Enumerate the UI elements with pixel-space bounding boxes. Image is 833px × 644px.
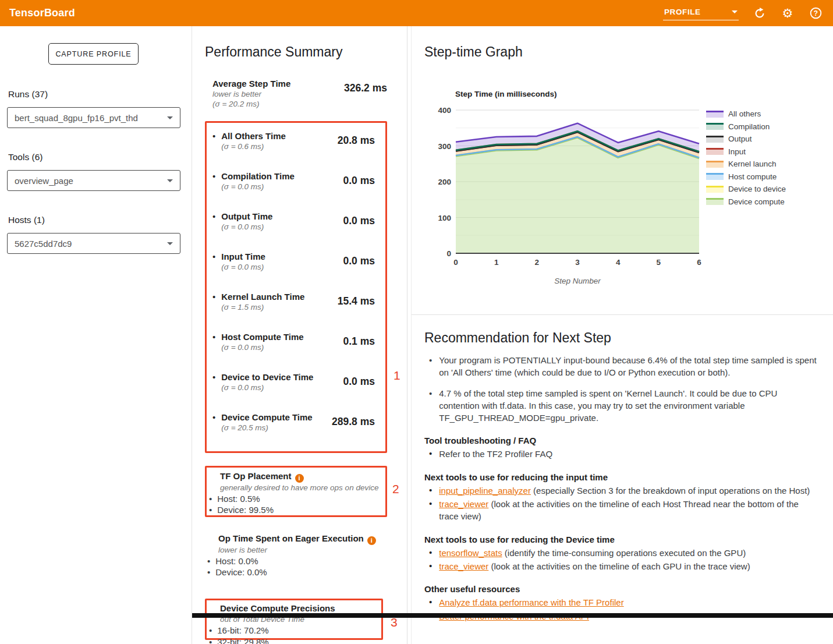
capture-profile-button[interactable]: CAPTURE PROFILE: [48, 43, 139, 65]
recommendation-heading: Other useful resources: [424, 584, 817, 594]
recommendation-item-text: Analyze tf.data performance with the TF …: [439, 596, 623, 608]
average-step-time-sigma: (σ = 20.2 ms): [212, 99, 290, 109]
breakdown-row: •Device to Device Time(σ = 0.0 ms)0.0 ms: [212, 371, 375, 412]
breakdown-row: •Input Time(σ = 0.0 ms)0.0 ms: [212, 251, 375, 291]
tools-label: Tools (6): [8, 152, 42, 162]
bullet-dot: •: [429, 596, 432, 608]
mini-section-subtitle: generally desired to have more ops on de…: [220, 483, 381, 493]
dashboard-select-value: PROFILE: [664, 8, 701, 16]
main-content: CAPTURE PROFILE Runs (37) bert_squad_8gp…: [0, 26, 833, 644]
mini-item-text: Host: 0.0%: [215, 555, 258, 567]
average-step-time-note: lower is better: [212, 89, 290, 99]
info-icon[interactable]: i: [367, 536, 376, 545]
breakdown-sigma: (σ = 0.0 ms): [221, 262, 265, 272]
svg-text:6: 6: [697, 258, 701, 267]
mini-section-title: Op Time Spent on Eager Executioni: [218, 533, 382, 545]
chevron-down-icon: [167, 179, 173, 182]
legend-swatch: [706, 148, 724, 155]
bullet-dot: •: [212, 211, 215, 251]
recommendation-item: •trace_viewer (look at the activities on…: [429, 560, 817, 572]
tools-select[interactable]: overview_page: [7, 170, 180, 191]
annotation-number-1: 1: [394, 369, 400, 383]
legend-label: All others: [728, 109, 761, 118]
recommendation-item: •Analyze tf.data performance with the TF…: [429, 596, 817, 608]
recommendation-link[interactable]: Analyze tf.data performance with the TF …: [439, 597, 623, 607]
runs-select[interactable]: bert_squad_8gpu_fp16_pvt_thd: [7, 107, 180, 128]
bullet-dot: •: [212, 130, 215, 171]
recommendation-item-text: trace_viewer (look at the activities on …: [439, 560, 750, 572]
legend-label: Device to device: [728, 185, 786, 193]
svg-text:5: 5: [657, 258, 661, 267]
chart-legend: All othersCompilationOutputInputKernel l…: [706, 110, 786, 206]
mini-section-item: •Host: 0.0%: [207, 555, 382, 567]
mini-item-text: Host: 0.5%: [217, 493, 260, 505]
tf-op-placement-annotation-box: TF Op Placementigenerally desired to hav…: [205, 466, 387, 517]
performance-summary-title: Performance Summary: [205, 44, 342, 60]
legend-label: Device compute: [728, 197, 785, 206]
svg-text:3: 3: [575, 258, 580, 267]
bullet-dot: •: [212, 291, 215, 331]
svg-text:1: 1: [494, 258, 499, 267]
legend-item: Device compute: [706, 198, 786, 206]
bullet-dot: •: [212, 171, 215, 211]
mini-section-item: •Host: 0.5%: [209, 493, 381, 505]
recommendation-item: •trace_viewer (look at the activities on…: [429, 498, 817, 523]
recommendation-title: Recommendation for Next Step: [424, 330, 817, 346]
mini-item-text: Device: 99.5%: [217, 504, 274, 516]
recommendation-link[interactable]: input_pipeline_analyzer: [439, 486, 531, 496]
mini-section-subtitle: lower is better: [218, 545, 382, 555]
mini-section-item: •Device: 99.5%: [209, 504, 381, 516]
info-icon[interactable]: i: [295, 474, 304, 483]
chevron-down-icon: [167, 116, 173, 119]
mini-item-text: Device: 0.0%: [215, 567, 267, 578]
recommendation-text: Your program is POTENTIALLY input-bound …: [439, 354, 817, 379]
runs-label: Runs (37): [8, 89, 48, 100]
recommendation-link[interactable]: tensorflow_stats: [439, 548, 502, 558]
performance-summary-panel: Performance Summary Average Step Time lo…: [192, 26, 407, 644]
legend-swatch: [706, 186, 724, 193]
bullet-dot: •: [429, 498, 432, 523]
mini-section-item: •Device: 0.0%: [207, 567, 382, 578]
breakdown-label: Input Time: [221, 251, 265, 262]
hosts-select[interactable]: 5627c5dd7dc9: [7, 233, 180, 254]
recommendation-item-text: input_pipeline_analyzer (especially Sect…: [439, 484, 810, 497]
chevron-down-icon: [167, 242, 173, 245]
recommendation-link[interactable]: trace_viewer: [439, 499, 488, 509]
refresh-icon[interactable]: [753, 6, 767, 20]
step-time-graph-panel: Step-time Graph Step Time (in millisecon…: [411, 26, 833, 644]
help-icon[interactable]: ?: [809, 6, 823, 20]
legend-item: Host compute: [706, 173, 786, 181]
chevron-down-icon: [732, 10, 738, 13]
sidebar: CAPTURE PROFILE Runs (37) bert_squad_8gp…: [0, 26, 192, 644]
breakdown-value: 0.0 ms: [343, 215, 375, 251]
device-compute-precisions-annotation-box: Device Compute Precisionsout of Total De…: [205, 599, 383, 640]
mini-section-title: TF Op Placementi: [220, 470, 381, 483]
recommendation-text: 4.7 % of the total step time sampled is …: [439, 387, 817, 424]
bullet-dot: •: [429, 547, 432, 559]
breakdown-label: Compilation Time: [221, 171, 295, 182]
svg-text:2: 2: [535, 258, 540, 267]
tools-select-value: overview_page: [15, 176, 73, 186]
bullet-dot: •: [429, 354, 432, 379]
breakdown-row: •Kernel Launch Time(σ = 1.5 ms)15.4 ms: [212, 291, 375, 331]
breakdown-value: 15.4 ms: [338, 295, 375, 331]
breakdown-label: All Others Time: [221, 130, 286, 141]
hosts-select-value: 5627c5dd7dc9: [15, 239, 72, 249]
recommendation-link[interactable]: trace_viewer: [439, 561, 488, 571]
settings-icon[interactable]: ⚙: [781, 6, 795, 20]
breakdown-sigma: (σ = 0.0 ms): [221, 342, 303, 352]
average-step-time-value: 326.2 ms: [344, 82, 387, 109]
breakdown-row: •All Others Time(σ = 0.6 ms)20.8 ms: [212, 130, 375, 171]
breakdown-row: •Device Compute Time(σ = 20.5 ms)289.8 m…: [212, 412, 375, 452]
breakdown-label: Kernel Launch Time: [221, 291, 304, 302]
svg-text:400: 400: [438, 106, 451, 115]
breakdown-label: Output Time: [221, 211, 272, 222]
chart-title: Step Time (in milliseconds): [455, 90, 557, 98]
average-step-time-label: Average Step Time: [212, 78, 290, 89]
mini-section-item: •32-bit: 29.8%: [209, 636, 377, 644]
dashboard-select[interactable]: PROFILE: [663, 6, 739, 20]
legend-label: Kernel launch: [728, 160, 777, 168]
legend-label: Output: [728, 135, 752, 143]
step-time-graph-title: Step-time Graph: [424, 44, 523, 60]
breakdown-value: 289.8 ms: [332, 416, 375, 452]
